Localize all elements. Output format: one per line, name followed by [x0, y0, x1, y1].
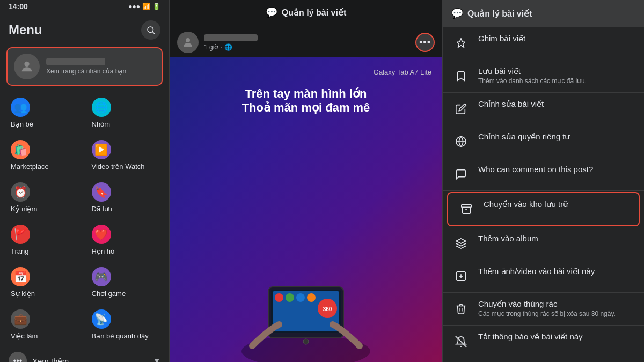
status-bar: 14:00 ●●● 📶 🔋: [0, 0, 169, 13]
svg-point-16: [296, 293, 305, 302]
sidebar-item-hen-ho[interactable]: ❤️ Hẹn hò: [85, 219, 165, 261]
svg-point-17: [307, 293, 316, 302]
nhom-label: Nhóm: [92, 120, 111, 128]
choi-game-label: Chơi game: [92, 290, 126, 298]
option-them-anh[interactable]: Thêm ảnh/video vào bài viết này: [443, 260, 644, 293]
profile-subtitle: Xem trang cá nhân của bạn: [46, 68, 126, 75]
memories-icon: ⏰: [11, 182, 30, 202]
svg-point-14: [275, 293, 283, 302]
pin-icon: [455, 38, 467, 49]
tat-thong-bao-text: Tắt thông báo về bài viết này: [478, 332, 583, 342]
profile-row[interactable]: Xem trang cá nhân của bạn: [6, 47, 163, 86]
post-header: 1 giờ · 🌐 •••: [170, 25, 442, 57]
jobs-icon: 💼: [11, 309, 30, 329]
da-luu-label: Đã lưu: [92, 205, 112, 213]
pages-icon: 🚩: [11, 225, 30, 244]
svg-marker-25: [456, 239, 466, 243]
svg-point-15: [286, 293, 294, 302]
middle-header-label: Quản lý bài viết: [282, 8, 346, 18]
option-chinh-sua[interactable]: Chỉnh sửa bài viết: [443, 93, 644, 125]
svg-point-9: [186, 38, 190, 42]
option-quyen-rieng-tu[interactable]: Chỉnh sửa quyền riêng tư: [443, 125, 644, 158]
sidebar-item-nhom[interactable]: 🌐 Nhóm: [85, 92, 165, 134]
option-thung-rac[interactable]: Chuyển vào thùng rác Các mục trong thùng…: [443, 293, 644, 326]
option-ghim[interactable]: Ghim bài viết: [443, 27, 644, 60]
watch-icon: ▶️: [92, 140, 111, 159]
svg-point-20: [303, 339, 309, 344]
gaming-icon: 🎮: [92, 267, 111, 286]
search-icon: [146, 25, 156, 35]
sidebar-item-ky-niem[interactable]: ⏰ Kỷ niệm: [4, 177, 84, 218]
post-image: Galaxy Tab A7 Lite Trên tay màn hình lớn…: [170, 57, 442, 362]
post-meta: 1 giờ · 🌐: [204, 34, 258, 51]
quyen-rieng-tu-title: Chỉnh sửa quyền riêng tư: [478, 132, 570, 142]
chevron-down-icon: ▼: [153, 357, 160, 362]
dating-icon: ❤️: [92, 225, 111, 244]
post-name-blur: [204, 34, 258, 41]
sidebar-item-da-luu[interactable]: 🔖 Đã lưu: [85, 177, 165, 218]
post-time: 1 giờ · 🌐: [204, 43, 258, 51]
them-anh-text: Thêm ảnh/video vào bài viết này: [478, 267, 595, 276]
sidebar-item-choi-game[interactable]: 🎮 Chơi game: [85, 262, 165, 303]
more-options-button[interactable]: •••: [415, 33, 435, 52]
menu-header: Menu: [0, 13, 169, 44]
sidebar-item-ban-be[interactable]: 👥 Bạn bè: [4, 92, 84, 134]
marketplace-icon: 🛍️: [11, 140, 30, 159]
search-button[interactable]: [141, 20, 160, 40]
album-title: Thêm vào album: [478, 234, 538, 243]
comment-title: Who can comment on this post?: [478, 165, 593, 174]
post-card: 1 giờ · 🌐 ••• Galaxy Tab A7 Lite Trên ta…: [170, 25, 442, 362]
trash-icon: [455, 303, 467, 315]
xem-them-row[interactable]: ••• Xem thêm ▼: [0, 345, 169, 362]
ad-tagline2: Thoả mãn mọi đam mê: [180, 101, 431, 115]
menu-grid: 👥 Bạn bè 🌐 Nhóm 🛍️ Marketplace ▶️ Video …: [0, 92, 169, 345]
luu-title: Lưu bài viết: [478, 67, 587, 76]
tat-thong-bao-title: Tắt thông báo về bài viết này: [478, 332, 583, 342]
pin-icon-container: [451, 34, 471, 53]
video-watch-label: Video trên Watch: [92, 162, 145, 171]
sidebar-item-viec-lam[interactable]: 💼 Việc làm: [4, 304, 84, 345]
sidebar-item-video-watch[interactable]: ▶️ Video trên Watch: [85, 135, 165, 176]
comment-icon-container: [451, 165, 471, 184]
sidebar-item-marketplace[interactable]: 🛍️ Marketplace: [4, 135, 84, 176]
sidebar-item-trang[interactable]: 🚩 Trang: [4, 219, 84, 261]
album-icon-container: [451, 234, 471, 253]
profile-info: Xem trang cá nhân của bạn: [46, 58, 126, 75]
thung-rac-text: Chuyển vào thùng rác Các mục trong thùng…: [478, 299, 616, 317]
left-menu-panel: 14:00 ●●● 📶 🔋 Menu Xem trang cá nhân của…: [0, 0, 169, 362]
layers-icon: [455, 238, 467, 249]
option-album[interactable]: Thêm vào album: [443, 227, 644, 260]
archive-icon: [460, 203, 472, 215]
sidebar-item-ban-be-quanh-day[interactable]: 📡 Bạn bè quanh đây: [85, 304, 165, 345]
luu-text: Lưu bài viết Thêm vào danh sách các mục …: [478, 67, 587, 85]
ad-brand-area: Galaxy Tab A7 Lite: [180, 68, 431, 76]
viec-lam-label: Việc làm: [11, 332, 38, 340]
sidebar-item-su-kien[interactable]: 📅 Sự kiện: [4, 262, 84, 303]
bell-off-icon: [455, 336, 467, 348]
ghim-text: Ghim bài viết: [478, 34, 525, 43]
plus-square-icon: [455, 270, 467, 282]
right-panel-header: 💬 Quản lý bài viết: [443, 0, 644, 27]
privacy-icon-container: [451, 132, 471, 151]
nearby-icon: 📡: [92, 309, 111, 329]
tablet-illustration: 360: [225, 255, 386, 362]
events-icon: 📅: [11, 267, 30, 286]
post-avatar: [177, 32, 199, 53]
post-user-icon: [181, 36, 194, 49]
status-time: 14:00: [9, 2, 28, 11]
ad-brand: Galaxy Tab A7 Lite: [180, 68, 431, 76]
user-icon: [19, 59, 34, 74]
wifi-icon: 📶: [142, 3, 150, 10]
edit-icon-container: [451, 99, 471, 119]
option-kho-luu-tru[interactable]: Chuyển vào kho lưu trữ: [447, 192, 640, 226]
svg-line-1: [152, 32, 155, 34]
option-comment[interactable]: Who can comment on this post?: [443, 158, 644, 191]
option-tat-thong-bao[interactable]: Tắt thông báo về bài viết này: [443, 326, 644, 358]
option-luu[interactable]: Lưu bài viết Thêm vào danh sách các mục …: [443, 60, 644, 93]
comment-text: Who can comment on this post?: [478, 165, 593, 174]
ban-be-label: Bạn bè: [11, 120, 33, 128]
ghim-title: Ghim bài viết: [478, 34, 525, 43]
add-photo-icon-container: [451, 267, 471, 286]
avatar: [14, 54, 40, 79]
bookmark-icon-container: [451, 67, 471, 86]
